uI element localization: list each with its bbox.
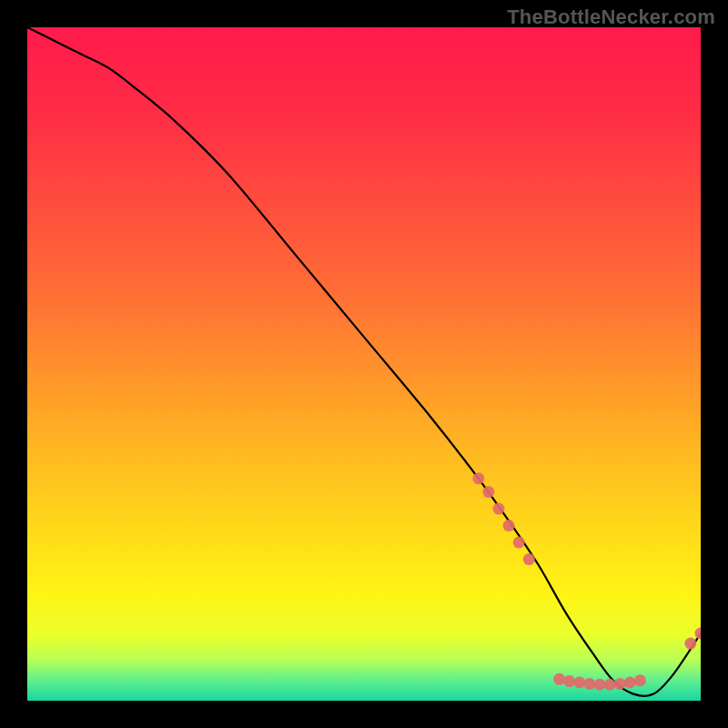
data-marker (482, 486, 494, 498)
watermark-text: TheBottleNecker.com (507, 5, 715, 29)
chart-background (27, 27, 701, 701)
data-marker (624, 677, 636, 689)
data-marker (594, 679, 606, 691)
data-marker (573, 677, 585, 689)
chart-svg (27, 27, 701, 701)
data-marker (513, 537, 525, 549)
data-marker (493, 503, 505, 515)
data-marker (604, 679, 616, 691)
chart-plot-area (27, 27, 701, 701)
data-marker (614, 678, 626, 690)
data-marker (523, 553, 535, 565)
data-marker (583, 678, 595, 690)
chart-stage: TheBottleNecker.com (0, 0, 728, 728)
data-marker (634, 674, 646, 686)
data-marker (472, 472, 484, 484)
data-marker (503, 520, 515, 531)
data-marker (563, 675, 575, 687)
data-marker (553, 673, 565, 685)
data-marker (684, 638, 696, 650)
